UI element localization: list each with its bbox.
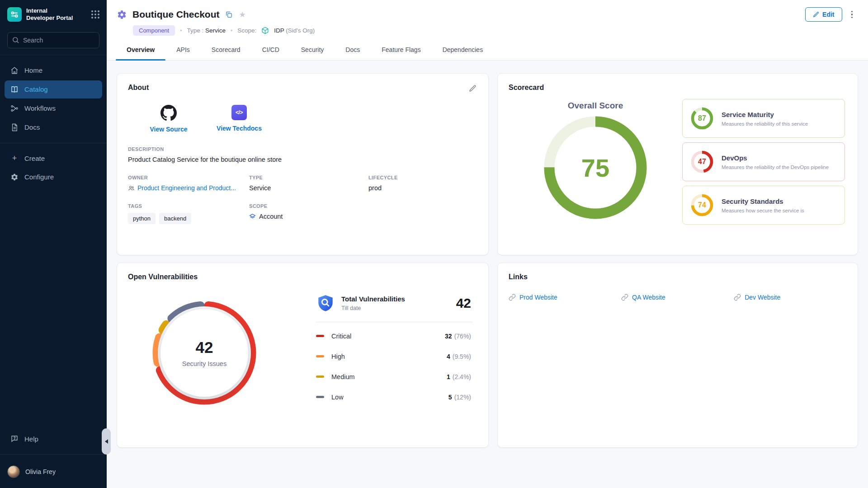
vulnerabilities-donut: 42 Security Issues (148, 296, 261, 409)
overall-score-value: 75 (543, 115, 648, 220)
link-icon (734, 294, 741, 301)
links-title: Links (509, 273, 847, 281)
tab-cicd[interactable]: CI/CD (251, 40, 290, 60)
home-icon (10, 66, 19, 75)
sidebar-search (7, 32, 99, 48)
description-label: DESCRIPTION (128, 146, 477, 152)
gear-icon (10, 173, 19, 181)
score-name: Security Standards (722, 197, 804, 205)
apps-grid-icon[interactable] (90, 9, 100, 19)
edit-button[interactable]: Edit (805, 7, 842, 22)
type-label: TYPE (249, 175, 368, 180)
sidebar-item-docs[interactable]: Docs (5, 118, 102, 136)
scorecard-card: Scorecard Overall Score 75 (497, 73, 858, 255)
scope-package-icon (261, 27, 269, 34)
workflows-icon (10, 104, 19, 113)
type-value: Service (249, 184, 368, 192)
score-devops[interactable]: 47 DevOps Measures the reliability of th… (682, 142, 845, 181)
qa-website-link[interactable]: QA Website (621, 294, 734, 301)
account-layers-icon (249, 213, 256, 220)
copy-icon[interactable] (224, 10, 234, 19)
sidebar-item-configure[interactable]: Configure (5, 168, 102, 186)
overall-score-label: Overall Score (568, 101, 623, 111)
techdocs-icon: </> (231, 105, 247, 120)
sidebar-item-label: Catalog (24, 85, 48, 93)
lifecycle-label: LIFECYCLE (368, 175, 477, 180)
link-icon (509, 294, 516, 301)
app-logo (7, 7, 22, 22)
app-name: Internal Developer Portal (26, 7, 90, 22)
tab-apis[interactable]: APIs (165, 40, 201, 60)
critical-dash-icon (316, 335, 324, 337)
security-issues-label: Security Issues (182, 360, 226, 367)
about-edit-pencil-icon[interactable] (468, 84, 477, 93)
shield-search-icon (316, 294, 335, 313)
sidebar-divider (0, 55, 107, 55)
score-service-maturity[interactable]: 87 Service Maturity Measures the reliabi… (682, 99, 845, 138)
sidebar-item-label: Create (24, 155, 45, 162)
tab-feature-flags[interactable]: Feature Flags (371, 40, 431, 60)
scope-value: Account (259, 213, 283, 220)
legend-low: Low 5 (12%) (316, 387, 473, 407)
github-icon (160, 105, 177, 121)
search-input[interactable] (7, 32, 99, 48)
more-options-icon[interactable] (847, 8, 858, 21)
user-name: Olivia Frey (25, 468, 56, 475)
favorite-star-icon[interactable]: ★ (238, 9, 247, 20)
tag-backend[interactable]: backend (159, 213, 191, 224)
sidebar-item-home[interactable]: Home (5, 61, 102, 80)
user-menu[interactable]: Olivia Frey (0, 461, 107, 483)
search-icon (12, 36, 19, 44)
total-vulnerabilities-label: Total Vulnerabilities (341, 295, 450, 303)
catalog-book-icon (10, 85, 19, 94)
low-dash-icon (316, 396, 324, 398)
vulnerabilities-card: Open Vulnerabilities 42 Security Issues (117, 263, 489, 448)
overall-score-donut: 75 (543, 115, 648, 220)
scope-label: SCOPE (249, 203, 368, 209)
sidebar-item-label: Docs (24, 123, 40, 131)
dev-website-link[interactable]: Dev Website (734, 294, 846, 301)
score-name: DevOps (722, 154, 829, 162)
view-techdocs-link[interactable]: </> View Techdocs (215, 105, 264, 133)
owner-link[interactable]: Product Engineering and Product... (128, 184, 249, 192)
page-header: Boutique Checkout ★ Edit Component • Typ… (107, 0, 868, 61)
score-desc: Measures the reliability of the DevOps p… (722, 164, 829, 170)
score-name: Service Maturity (722, 111, 808, 118)
sidebar-item-help[interactable]: Help (5, 430, 102, 448)
tag-python[interactable]: python (128, 213, 156, 224)
sidebar-item-create[interactable]: + Create (5, 150, 102, 167)
score-desc: Measures how secure the service is (722, 208, 804, 213)
security-issues-count: 42 (196, 338, 213, 357)
lifecycle-value: prod (368, 184, 477, 192)
sidebar-item-catalog[interactable]: Catalog (5, 80, 102, 99)
about-title: About (128, 84, 149, 92)
prod-website-link[interactable]: Prod Website (509, 294, 621, 301)
group-icon (128, 185, 135, 192)
sidebar-item-workflows[interactable]: Workflows (5, 99, 102, 117)
total-vulnerabilities-value: 42 (456, 296, 471, 311)
score-security-standards[interactable]: 74 Security Standards Measures how secur… (682, 186, 845, 225)
sidebar-item-label: Home (24, 66, 42, 74)
chevron-left-icon (105, 439, 108, 444)
docs-file-icon (10, 123, 19, 131)
sidebar-item-label: Workflows (24, 104, 56, 112)
sidebar-collapse-handle[interactable] (102, 428, 111, 455)
service-maturity-ring: 87 (690, 106, 714, 131)
tab-security[interactable]: Security (290, 40, 335, 60)
scorecard-title: Scorecard (509, 84, 847, 92)
help-chat-icon (10, 435, 19, 443)
page-title: Boutique Checkout (132, 9, 220, 20)
plus-icon: + (10, 155, 19, 161)
tab-overview[interactable]: Overview (116, 40, 165, 60)
legend-critical: Critical 32 (76%) (316, 326, 473, 346)
tab-scorecard[interactable]: Scorecard (201, 40, 251, 60)
tab-docs[interactable]: Docs (335, 40, 371, 60)
about-card: About View Source </> View Techdocs (117, 73, 489, 255)
link-icon (621, 294, 628, 301)
view-source-link[interactable]: View Source (144, 105, 193, 133)
tab-dependencies[interactable]: Dependencies (432, 40, 494, 60)
avatar (7, 465, 20, 478)
tags-label: TAGS (128, 203, 249, 209)
scope-value: IDP (274, 27, 284, 34)
tab-bar: Overview APIs Scorecard CI/CD Security D… (107, 40, 868, 60)
